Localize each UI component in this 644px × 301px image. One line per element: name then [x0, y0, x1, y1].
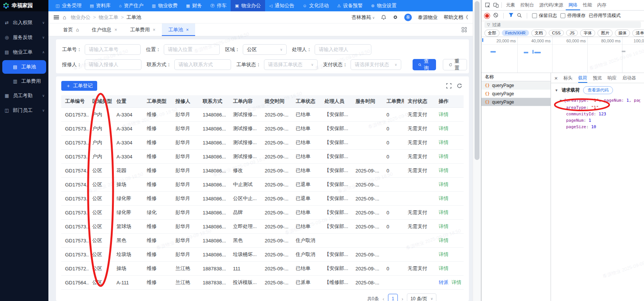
- layout-grid-icon[interactable]: [462, 27, 467, 32]
- company-name[interactable]: 泰源物业: [418, 14, 438, 21]
- network-filter-input[interactable]: ▽ 过滤: [484, 22, 641, 28]
- top-nav-item-4[interactable]: ▦财务: [182, 0, 206, 11]
- top-nav-item-0[interactable]: ◫业务受理: [51, 0, 85, 11]
- user-avatar[interactable]: 泰: [404, 14, 412, 21]
- top-nav-item-2[interactable]: ⌂资产住户: [115, 0, 148, 11]
- filter-chip-4[interactable]: JS: [566, 30, 578, 36]
- bell-icon[interactable]: [381, 14, 386, 20]
- network-timeline[interactable]: 20,000 ms40,000 ms60,000 ms80,000 ms100,…: [481, 37, 644, 73]
- action-link-detail[interactable]: 详情: [439, 154, 448, 159]
- sidebar-item-3[interactable]: ▤工单池: [2, 60, 46, 74]
- devtools-tab-4[interactable]: 性能: [580, 0, 594, 10]
- action-link-detail[interactable]: 详情: [452, 279, 461, 285]
- sidebar-item-5[interactable]: ▦员工考勤∨: [0, 88, 48, 103]
- filter-toggle-icon[interactable]: [509, 13, 514, 19]
- clear-network-icon[interactable]: [493, 12, 498, 19]
- action-link-detail[interactable]: 详情: [439, 126, 448, 131]
- disable-cache-checkbox[interactable]: 停用缓存: [560, 12, 585, 19]
- network-request-row[interactable]: {}queryPage: [481, 90, 551, 98]
- sidebar-item-4[interactable]: ▥工单费用: [0, 74, 48, 88]
- action-link-detail[interactable]: 详情: [439, 251, 448, 257]
- field-select[interactable]: 请选择工单状态∨: [264, 59, 318, 70]
- breadcrumb-item[interactable]: 物业工单: [99, 14, 118, 21]
- top-nav-item-9[interactable]: ⚠设备预警: [333, 0, 367, 11]
- app-logo[interactable]: 幸福家园: [0, 0, 48, 11]
- top-nav-item-1[interactable]: ▤资料库: [85, 0, 115, 11]
- register-work-order-button[interactable]: ＋工单登记: [61, 81, 97, 91]
- tab-3[interactable]: 工单池×: [162, 23, 195, 36]
- fullscreen-icon[interactable]: [446, 83, 452, 90]
- search-network-icon[interactable]: [517, 13, 522, 19]
- device-toolbar-icon[interactable]: [492, 2, 500, 9]
- sidebar-item-0[interactable]: ⇄出入权限∨: [0, 16, 48, 30]
- action-link-detail[interactable]: 详情: [439, 265, 448, 271]
- action-link-detail[interactable]: 详情: [439, 182, 448, 187]
- column-header-5[interactable]: 联系方式: [199, 95, 229, 108]
- tab-close-icon[interactable]: ×: [153, 27, 155, 33]
- filter-chip-7[interactable]: 媒体: [615, 29, 630, 37]
- action-link-detail[interactable]: 详情: [439, 140, 448, 145]
- tab-close-icon[interactable]: ×: [115, 27, 117, 33]
- filter-chip-0[interactable]: 全部: [484, 29, 500, 37]
- field-input[interactable]: 请输入联系方式: [174, 59, 231, 70]
- devtools-tab-1[interactable]: 控制台: [518, 0, 537, 10]
- field-input[interactable]: 请输入工单号: [85, 44, 141, 55]
- breadcrumb-item[interactable]: 物业办公: [71, 14, 90, 21]
- reset-button[interactable]: 重置: [443, 59, 467, 70]
- current-page[interactable]: 1: [388, 294, 398, 301]
- top-nav-item-10[interactable]: ⊛物业设置: [367, 0, 400, 11]
- view-source-button[interactable]: 查看源代码: [583, 86, 613, 94]
- devtools-tab-0[interactable]: 元素: [503, 0, 518, 10]
- column-header-3[interactable]: 工单类型: [143, 95, 172, 108]
- payload-summary[interactable]: ▼ {areaType: "1", pageNum: 1, page: [560, 98, 640, 103]
- column-header-0[interactable]: 工单编号: [61, 95, 88, 108]
- detail-tab-3[interactable]: 响应: [608, 73, 617, 83]
- detail-tab-1[interactable]: 载荷: [578, 73, 587, 83]
- column-header-2[interactable]: 位置: [113, 95, 143, 108]
- sidebar-item-6[interactable]: ◫部门员工∨: [0, 103, 48, 118]
- field-input[interactable]: 请输入位置: [164, 44, 220, 55]
- top-nav-item-8[interactable]: ☺文化活动: [298, 0, 333, 11]
- action-link-detail[interactable]: 详情: [439, 209, 448, 215]
- column-header-8[interactable]: 工单状态: [292, 95, 321, 108]
- sidebar-item-2[interactable]: ▤物业工单∧: [0, 45, 48, 59]
- column-header-10[interactable]: 服务时间: [352, 95, 383, 108]
- page-size-select[interactable]: 10 条/页∨: [407, 293, 436, 301]
- throttling-select[interactable]: 已停用节流模式: [589, 12, 621, 19]
- network-request-row[interactable]: {}queryPage: [481, 81, 551, 90]
- record-network-icon[interactable]: [485, 14, 489, 18]
- collapse-menu-icon[interactable]: [53, 17, 63, 18]
- help-doc-link[interactable]: 帮助文档《: [444, 14, 468, 21]
- column-header-12[interactable]: 支付状态: [404, 95, 435, 108]
- detail-tab-4[interactable]: 启动器: [622, 73, 636, 83]
- top-nav-item-6[interactable]: ▣物业办公: [231, 0, 265, 11]
- network-request-row[interactable]: {}queryPage: [481, 98, 551, 106]
- detail-tab-0[interactable]: 标头: [563, 73, 573, 83]
- column-header-4[interactable]: 报修人: [172, 95, 199, 108]
- table-refresh-icon[interactable]: [457, 83, 462, 90]
- filter-chip-3[interactable]: CSS: [549, 30, 564, 36]
- browser-scrollbar[interactable]: [473, 0, 481, 301]
- next-page-icon[interactable]: ›: [402, 296, 403, 301]
- tab-2[interactable]: 工单费用×: [124, 23, 162, 36]
- filter-chip-1[interactable]: Fetch/XHR: [502, 30, 529, 36]
- column-header-13[interactable]: 操作: [435, 95, 464, 108]
- field-select[interactable]: 请选择支付状态∨: [351, 59, 401, 70]
- close-detail-icon[interactable]: ×: [554, 75, 558, 81]
- devtools-tab-3[interactable]: 网络: [566, 0, 580, 10]
- top-nav-item-7[interactable]: ◁通知公告: [265, 0, 298, 11]
- field-input[interactable]: 请输入报修人: [85, 59, 141, 70]
- filter-chip-8[interactable]: 清单: [632, 29, 644, 37]
- field-input[interactable]: 请输入处理人: [315, 44, 371, 55]
- search-button[interactable]: 查询: [413, 59, 436, 70]
- sidebar-item-1[interactable]: ◎服务反馈∨: [0, 30, 48, 45]
- home-icon[interactable]: ⌂: [63, 14, 66, 20]
- column-header-9[interactable]: 处理人员: [321, 95, 352, 108]
- column-header-1[interactable]: 区域类型: [88, 95, 113, 108]
- action-link-detail[interactable]: 详情: [439, 237, 448, 243]
- field-select[interactable]: 公区∨: [243, 44, 287, 55]
- devtools-tab-2[interactable]: 源代码/来源: [537, 0, 566, 10]
- column-header-6[interactable]: 工单内容: [229, 95, 261, 108]
- tab-close-icon[interactable]: ×: [186, 27, 189, 33]
- tab-1[interactable]: 住户信息×: [85, 23, 124, 36]
